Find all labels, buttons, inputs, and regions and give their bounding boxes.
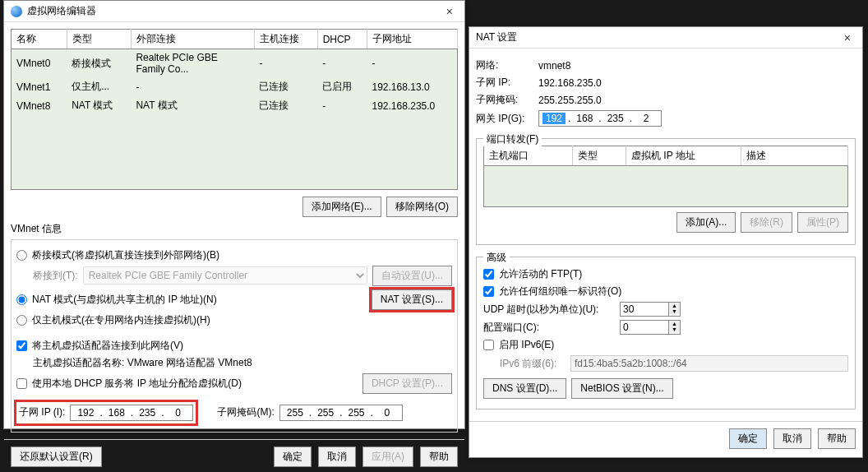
advanced-title: 高级 <box>483 251 510 265</box>
nat-radio-label: NAT 模式(与虚拟机共享主机的 IP 地址)(N) <box>32 293 217 307</box>
bridge-radio-label: 桥接模式(将虚拟机直接连接到外部网络)(B) <box>32 248 219 262</box>
nat-settings-button[interactable]: NAT 设置(S)... <box>372 289 452 310</box>
nat-settings-dialog: NAT 设置 × 网络:vmnet8 子网 IP:192.168.235.0 子… <box>469 26 863 458</box>
udp-timeout-spinner[interactable]: ▲▼ <box>620 302 681 317</box>
cell-host: 已连接 <box>254 77 317 96</box>
netbios-settings-button[interactable]: NetBIOS 设置(N)... <box>571 378 672 399</box>
nat-radio[interactable] <box>16 294 27 305</box>
cell-dhcp: 已启用 <box>317 77 367 96</box>
udp-timeout-label: UDP 超时(以秒为单位)(U): <box>483 303 615 317</box>
col-name[interactable]: 名称 <box>12 30 67 49</box>
nat-mask-label: 子网掩码: <box>476 93 533 107</box>
add-network-button[interactable]: 添加网络(E)... <box>302 197 381 217</box>
cell-ext: NAT 模式 <box>131 96 254 115</box>
auto-settings-button: 自动设置(U)... <box>372 266 452 286</box>
cell-type: 桥接模式 <box>67 49 131 78</box>
hostonly-radio[interactable] <box>16 315 27 326</box>
gateway-ip-input[interactable]: . . . <box>538 110 662 127</box>
cell-host: - <box>254 49 317 78</box>
cell-ext: - <box>131 77 254 96</box>
net-value: vmnet8 <box>538 60 570 72</box>
cell-subnet: - <box>367 49 458 78</box>
cell-name: VMnet0 <box>12 49 67 78</box>
close-icon[interactable]: × <box>441 5 458 18</box>
globe-icon <box>11 6 22 17</box>
cell-dhcp: - <box>317 49 367 78</box>
table-row[interactable]: VMnet1仅主机...-已连接已启用192.168.13.0 <box>12 77 458 96</box>
remove-network-button[interactable]: 移除网络(O) <box>386 197 458 217</box>
pf-add-button[interactable]: 添加(A)... <box>676 212 736 233</box>
dhcp-settings-button: DHCP 设置(P)... <box>362 373 452 394</box>
table-row[interactable]: VMnet8NAT 模式NAT 模式已连接-192.168.235.0 <box>12 96 458 115</box>
cell-subnet: 192.168.13.0 <box>367 77 458 96</box>
nat-subnet-label: 子网 IP: <box>476 76 533 90</box>
dns-settings-button[interactable]: DNS 设置(D)... <box>483 378 566 399</box>
virtual-network-editor-window: 虚拟网络编辑器 × 名称 类型 外部连接 主机连接 DHCP 子网地址 VMne… <box>3 0 465 429</box>
window-title: 虚拟网络编辑器 <box>27 4 96 18</box>
pf-col-hostport[interactable]: 主机端口 <box>484 146 573 166</box>
org-checkbox[interactable] <box>483 286 494 297</box>
bridge-radio[interactable] <box>16 250 27 261</box>
nat-titlebar: NAT 设置 × <box>469 27 862 49</box>
subnet-mask-label: 子网掩码(M): <box>217 405 274 419</box>
cell-name: VMnet8 <box>12 96 67 115</box>
nat-cancel-button[interactable]: 取消 <box>773 428 811 449</box>
col-type[interactable]: 类型 <box>67 30 131 49</box>
ipv6-label: 启用 IPv6(E) <box>499 338 554 352</box>
config-port-label: 配置端口(C): <box>483 321 615 335</box>
ipv6-prefix-value: fd15:4ba5:5a2b:1008::/64 <box>570 355 848 372</box>
table-row[interactable]: VMnet0桥接模式Realtek PCIe GBE Family Co...-… <box>12 49 458 78</box>
cell-dhcp: - <box>317 96 367 115</box>
ipv6-prefix-label: IPv6 前缀(6): <box>500 357 566 371</box>
pf-col-vmip[interactable]: 虚拟机 IP 地址 <box>626 146 741 166</box>
cell-name: VMnet1 <box>12 77 67 96</box>
cell-type: 仅主机... <box>67 77 131 96</box>
ftp-checkbox[interactable] <box>483 269 494 280</box>
subnet-mask-input[interactable]: . . . <box>279 405 403 421</box>
bridge-adapter-select: Realtek PCIe GBE Family Controller <box>83 266 368 285</box>
nat-subnet-value: 192.168.235.0 <box>538 77 602 89</box>
adapter-name-label: 主机虚拟适配器名称: VMware 网络适配器 VMnet8 <box>33 356 252 370</box>
nat-window-title: NAT 设置 <box>476 30 517 44</box>
vmnet-info-label: VMnet 信息 <box>11 222 458 236</box>
port-forward-table: 主机端口 类型 虚拟机 IP 地址 描述 <box>483 146 848 166</box>
help-button[interactable]: 帮助 <box>420 447 458 467</box>
pf-col-desc[interactable]: 描述 <box>741 146 848 166</box>
pf-remove-button: 移除(R) <box>741 212 792 233</box>
ftp-label: 允许活动的 FTP(T) <box>499 267 582 281</box>
nat-help-button[interactable]: 帮助 <box>818 428 856 449</box>
dhcp-label: 使用本地 DHCP 服务将 IP 地址分配给虚拟机(D) <box>32 377 242 391</box>
col-subnet[interactable]: 子网地址 <box>367 30 458 49</box>
subnet-ip-label: 子网 IP (I): <box>19 405 65 419</box>
gateway-label: 网关 IP(G): <box>476 112 533 126</box>
network-table: 名称 类型 外部连接 主机连接 DHCP 子网地址 VMnet0桥接模式Real… <box>11 29 458 190</box>
connect-host-checkbox[interactable] <box>16 340 27 351</box>
apply-button: 应用(A) <box>362 447 413 467</box>
subnet-ip-input[interactable]: . . . <box>70 405 193 421</box>
col-dhcp[interactable]: DHCP <box>317 30 367 49</box>
port-forward-body <box>483 166 848 207</box>
dhcp-checkbox[interactable] <box>16 378 27 389</box>
cell-host: 已连接 <box>254 96 317 115</box>
ok-button[interactable]: 确定 <box>274 447 312 467</box>
nat-close-icon[interactable]: × <box>839 31 856 44</box>
cell-subnet: 192.168.235.0 <box>367 96 458 115</box>
restore-defaults-button[interactable]: 还原默认设置(R) <box>11 447 102 467</box>
port-forward-title: 端口转发(F) <box>483 132 542 146</box>
connect-host-label: 将主机虚拟适配器连接到此网络(V) <box>32 339 183 353</box>
net-label: 网络: <box>476 58 533 72</box>
col-ext[interactable]: 外部连接 <box>131 30 254 49</box>
titlebar: 虚拟网络编辑器 × <box>4 1 464 22</box>
config-port-spinner[interactable]: ▲▼ <box>620 320 681 335</box>
pf-col-type[interactable]: 类型 <box>572 146 626 166</box>
cell-type: NAT 模式 <box>67 96 131 115</box>
cell-ext: Realtek PCIe GBE Family Co... <box>131 49 254 78</box>
ipv6-checkbox[interactable] <box>483 340 494 350</box>
col-host[interactable]: 主机连接 <box>254 30 317 49</box>
nat-ok-button[interactable]: 确定 <box>729 428 767 449</box>
pf-prop-button: 属性(P) <box>797 212 848 233</box>
cancel-button[interactable]: 取消 <box>318 447 356 467</box>
hostonly-radio-label: 仅主机模式(在专用网络内连接虚拟机)(H) <box>32 313 210 327</box>
bridge-to-label: 桥接到(T): <box>33 269 78 283</box>
nat-mask-value: 255.255.255.0 <box>538 95 602 106</box>
